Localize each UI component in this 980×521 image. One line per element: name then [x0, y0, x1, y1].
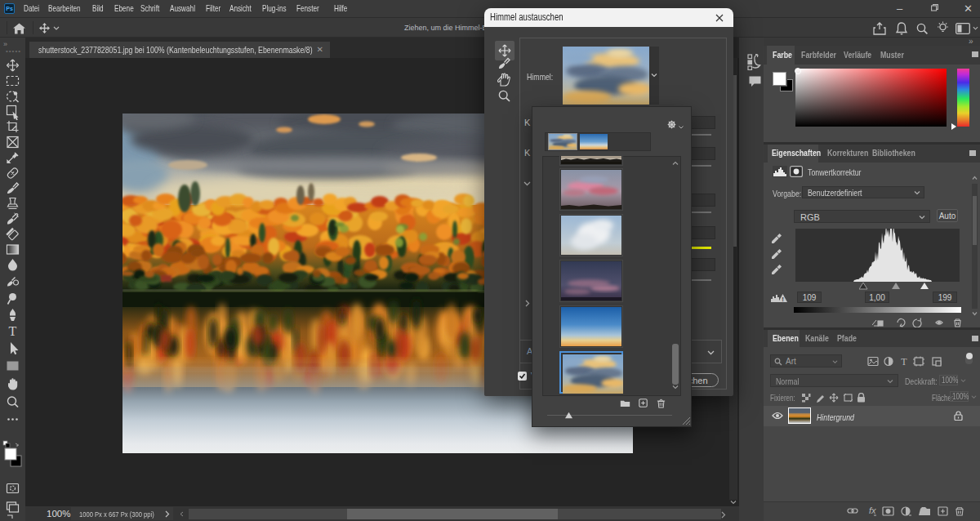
svg-text:fx: fx	[869, 505, 876, 515]
svg-text:T: T	[9, 324, 17, 338]
svg-text:T: T	[901, 356, 907, 367]
svg-text:!: !	[782, 296, 784, 303]
